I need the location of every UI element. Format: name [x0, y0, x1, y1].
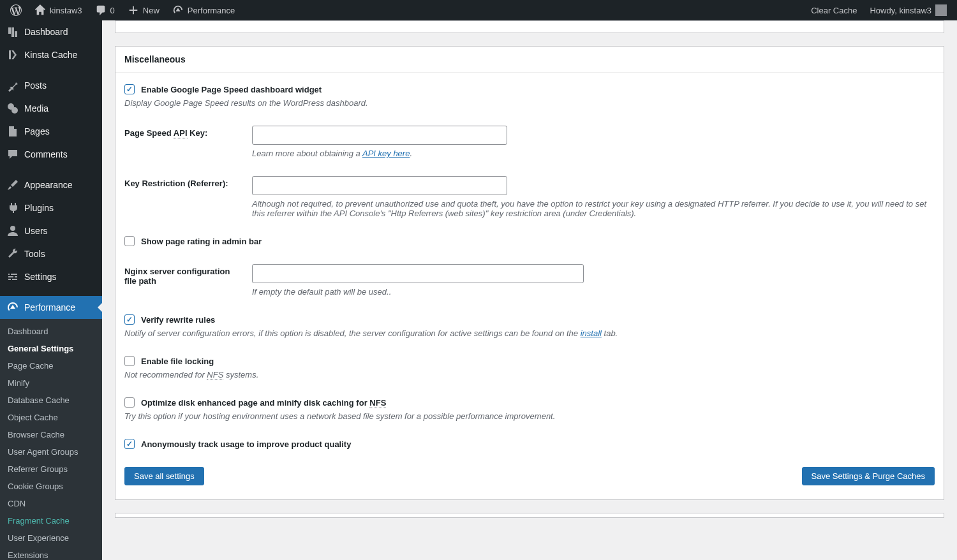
field-verify-rewrite: Verify rewrite rules Notify of server co…: [124, 314, 935, 338]
howdy-item[interactable]: Howdy, kinstaw3: [864, 0, 952, 20]
submenu-fragment-cache[interactable]: Fragment Cache: [0, 512, 102, 529]
menu-comments[interactable]: Comments: [0, 143, 102, 166]
nginx-path-input[interactable]: [252, 264, 584, 283]
gauge-icon: [172, 4, 184, 16]
verify-rewrite-label: Verify rewrite rules: [141, 315, 215, 325]
wordpress-icon: [10, 4, 22, 16]
show-rating-checkbox[interactable]: [124, 236, 135, 246]
file-locking-label: Enable file locking: [141, 357, 214, 366]
dashboard-icon: [6, 26, 19, 38]
admin-sidebar: Dashboard Kinsta Cache Posts Media Pages…: [0, 20, 102, 560]
new-item[interactable]: New: [122, 0, 165, 20]
menu-dashboard[interactable]: Dashboard: [0, 20, 102, 43]
performance-submenu: Dashboard General Settings Page Cache Mi…: [0, 319, 102, 560]
howdy-label: Howdy, kinstaw3: [870, 6, 931, 15]
install-link[interactable]: install: [581, 328, 602, 338]
menu-tools[interactable]: Tools: [0, 242, 102, 265]
menu-appearance[interactable]: Appearance: [0, 173, 102, 196]
submenu-page-cache[interactable]: Page Cache: [0, 357, 102, 374]
field-enable-pagespeed: Enable Google Page Speed dashboard widge…: [124, 84, 935, 108]
menu-performance[interactable]: Performance: [0, 296, 102, 319]
menu-plugins[interactable]: Plugins: [0, 196, 102, 219]
avatar: [935, 4, 947, 16]
menu-kinsta-cache[interactable]: Kinsta Cache: [0, 43, 102, 66]
brush-icon: [6, 179, 19, 191]
svg-point-1: [11, 107, 18, 114]
panel-title: Miscellaneous: [115, 47, 944, 73]
key-restriction-input[interactable]: [252, 176, 507, 195]
submenu-cdn[interactable]: CDN: [0, 495, 102, 512]
gauge-icon: [6, 301, 19, 314]
adminbar-left: kinstaw3 0 New Performance: [5, 0, 240, 20]
performance-label: Performance: [188, 6, 235, 15]
submenu-general-settings[interactable]: General Settings: [0, 340, 102, 357]
field-file-locking: Enable file locking Not recommended for …: [124, 356, 935, 379]
wp-logo[interactable]: [5, 0, 27, 20]
submenu-minify[interactable]: Minify: [0, 374, 102, 392]
submenu-user-experience[interactable]: User Experience: [0, 529, 102, 547]
submenu-referrer-groups[interactable]: Referrer Groups: [0, 461, 102, 478]
wrench-icon: [6, 247, 19, 260]
anon-track-checkbox[interactable]: [124, 439, 135, 449]
field-optimize-nfs: Optimize disk enhanced page and minify d…: [124, 397, 935, 421]
file-locking-desc: Not recommended for NFS systems.: [124, 370, 935, 379]
enable-pagespeed-desc: Display Google Page Speed results on the…: [124, 98, 935, 108]
verify-rewrite-desc: Notify of server configuration errors, i…: [124, 328, 935, 338]
nginx-path-label: Nginx server configuration file path: [124, 264, 239, 286]
site-name: kinstaw3: [50, 6, 82, 15]
submenu-database-cache[interactable]: Database Cache: [0, 392, 102, 409]
media-icon: [6, 102, 19, 115]
comments-count: 0: [110, 6, 115, 15]
optimize-nfs-label: Optimize disk enhanced page and minify d…: [141, 398, 386, 408]
prev-panel: [115, 20, 944, 33]
menu-pages[interactable]: Pages: [0, 120, 102, 143]
file-locking-checkbox[interactable]: [124, 356, 135, 366]
plugin-icon: [6, 202, 19, 214]
api-key-label: Page Speed API Key:: [124, 126, 239, 138]
adminbar: kinstaw3 0 New Performance Clear Cache H…: [0, 0, 957, 20]
save-purge-button[interactable]: Save Settings & Purge Caches: [802, 467, 935, 485]
field-nginx-path: Nginx server configuration file path If …: [124, 264, 935, 297]
next-panel: [115, 513, 944, 518]
home-icon: [34, 4, 46, 16]
field-key-restriction: Key Restriction (Referrer): Although not…: [124, 176, 935, 218]
field-anon-track: Anonymously track usage to improve produ…: [124, 439, 935, 449]
button-row: Save all settings Save Settings & Purge …: [124, 467, 935, 485]
plus-icon: [128, 4, 139, 16]
clear-cache-label: Clear Cache: [811, 6, 857, 15]
comment-icon: [6, 148, 19, 161]
enable-pagespeed-checkbox[interactable]: [124, 84, 135, 94]
misc-panel: Miscellaneous Enable Google Page Speed d…: [115, 46, 944, 500]
submenu-extensions[interactable]: Extensions: [0, 547, 102, 560]
enable-pagespeed-label: Enable Google Page Speed dashboard widge…: [141, 85, 322, 94]
content-area: Miscellaneous Enable Google Page Speed d…: [102, 20, 957, 560]
comments-item[interactable]: 0: [90, 0, 120, 20]
api-key-input[interactable]: [252, 126, 507, 145]
site-name-item[interactable]: kinstaw3: [29, 0, 87, 20]
performance-item[interactable]: Performance: [167, 0, 240, 20]
comment-icon: [95, 4, 107, 16]
field-api-key: Page Speed API Key: Learn more about obt…: [124, 126, 935, 158]
pin-icon: [6, 79, 19, 92]
submenu-user-agent-groups[interactable]: User Agent Groups: [0, 443, 102, 461]
optimize-nfs-checkbox[interactable]: [124, 397, 135, 408]
menu-media[interactable]: Media: [0, 97, 102, 120]
submenu-dashboard[interactable]: Dashboard: [0, 323, 102, 340]
submenu-browser-cache[interactable]: Browser Cache: [0, 426, 102, 443]
menu-posts[interactable]: Posts: [0, 74, 102, 97]
submenu-cookie-groups[interactable]: Cookie Groups: [0, 478, 102, 495]
show-rating-label: Show page rating in admin bar: [141, 237, 262, 246]
menu-settings[interactable]: Settings: [0, 265, 102, 288]
api-key-link[interactable]: API key here: [362, 149, 410, 158]
menu-users[interactable]: Users: [0, 219, 102, 242]
api-key-desc: Learn more about obtaining a API key her…: [252, 149, 935, 158]
submenu-object-cache[interactable]: Object Cache: [0, 409, 102, 426]
adminbar-right: Clear Cache Howdy, kinstaw3: [806, 0, 952, 20]
save-button[interactable]: Save all settings: [124, 467, 204, 485]
anon-track-label: Anonymously track usage to improve produ…: [141, 439, 351, 449]
page-icon: [6, 125, 19, 138]
clear-cache-item[interactable]: Clear Cache: [806, 0, 862, 20]
new-label: New: [143, 6, 160, 15]
key-restriction-label: Key Restriction (Referrer):: [124, 176, 239, 188]
verify-rewrite-checkbox[interactable]: [124, 314, 135, 325]
